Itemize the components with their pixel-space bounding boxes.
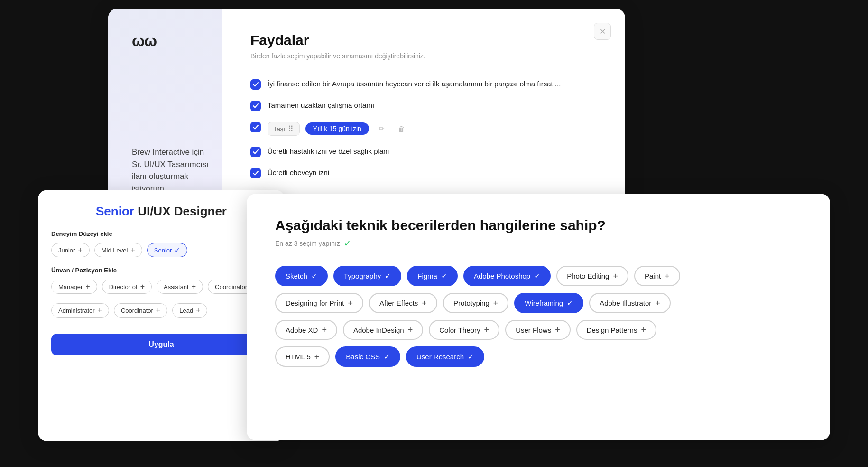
title-pill-lead[interactable]: Lead +: [172, 303, 207, 318]
checklist-text-2: Tamamen uzaktan çalışma ortamı: [268, 100, 374, 110]
skill-sketch[interactable]: Sketch ✓: [275, 266, 328, 286]
checklist-text-4: Ücretli hastalık izni ve özel sağlık pla…: [268, 146, 389, 156]
check-icon-1: [250, 79, 261, 90]
app-logo: ωω: [132, 32, 157, 50]
exp-pill-senior[interactable]: Senior ✓: [147, 243, 188, 257]
check-icon-2: [250, 101, 261, 111]
skill-typography[interactable]: Typography ✓: [333, 266, 401, 286]
skill-photo-editing[interactable]: Photo Editing +: [556, 266, 628, 286]
skill-user-research[interactable]: User Research ✓: [406, 346, 484, 367]
check-icon-5: [250, 168, 261, 178]
title-pill-manager[interactable]: Manager +: [51, 280, 97, 294]
sidebar-description: Brew Interactive için Sr. UI/UX Tasarımc…: [132, 146, 212, 195]
trash-icon[interactable]: 🗑: [395, 121, 409, 136]
drag-handle[interactable]: Taşı ⠿: [268, 122, 300, 136]
skills-row-3: Adobe XD + Adobe InDesign + Color Theory…: [275, 320, 802, 340]
skills-grid: Sketch ✓ Typography ✓ Figma ✓ Adobe Phot…: [275, 266, 802, 367]
skills-row-4: HTML 5 + Basic CSS ✓ User Research ✓: [275, 346, 802, 367]
skill-adobe-illustrator[interactable]: Adobe Illustrator +: [589, 293, 671, 313]
skill-adobe-xd[interactable]: Adobe XD +: [275, 320, 337, 340]
job-role-title: Senior UI/UX Designer: [52, 204, 270, 219]
skill-paint[interactable]: Paint +: [634, 266, 680, 286]
checklist-item-4: Ücretli hastalık izni ve özel sağlık pla…: [250, 146, 597, 157]
checklist-item-2: Tamamen uzaktan çalışma ortamı: [250, 100, 597, 111]
title-pill-coordinator2[interactable]: Coordinator +: [114, 303, 167, 318]
skills-title: Aşağıdaki teknik becerilerden hangilerin…: [275, 217, 802, 234]
edit-icon[interactable]: ✏: [375, 121, 389, 136]
role-rest: UI/UX Designer: [134, 204, 227, 218]
skill-basic-css[interactable]: Basic CSS ✓: [335, 346, 400, 367]
close-button-back[interactable]: ✕: [594, 23, 611, 40]
skill-after-effects[interactable]: After Effects +: [369, 293, 437, 313]
skill-design-patterns[interactable]: Design Patterns +: [576, 320, 656, 340]
skill-adobe-indesign[interactable]: Adobe InDesign +: [343, 320, 423, 340]
skill-designing-print[interactable]: Designing for Print +: [275, 293, 363, 313]
skill-color-theory[interactable]: Color Theory +: [429, 320, 499, 340]
subtitle-check-icon: ✓: [344, 238, 351, 249]
benefits-title: Faydalar: [250, 32, 597, 48]
apply-button[interactable]: Uygula: [51, 334, 271, 355]
skill-adobe-photoshop[interactable]: Adobe Photoshop ✓: [463, 266, 551, 286]
check-icon-4: [250, 147, 261, 157]
title-pill-administrator[interactable]: Administrator +: [51, 303, 109, 318]
front-card-skills: Aşağıdaki teknik becerilerden hangilerin…: [247, 194, 830, 440]
role-senior: Senior: [96, 204, 134, 218]
checklist-text-5: Ücretli ebeveyn izni: [268, 168, 329, 177]
checklist-item-3: Taşı ⠿ Yıllık 15 gün izin ✏ 🗑: [250, 121, 597, 136]
check-icon-3: [250, 122, 261, 132]
title-pill-assistant[interactable]: Assistant +: [157, 280, 203, 294]
skills-row-1: Sketch ✓ Typography ✓ Figma ✓ Adobe Phot…: [275, 266, 802, 286]
checklist-text-1: İyi finanse edilen bir Avrupa üssünün he…: [268, 79, 561, 89]
benefits-subtitle: Birden fazla seçim yapabilir ve sıraması…: [250, 52, 597, 60]
skills-subtitle: En az 3 seçim yapınız ✓: [275, 238, 802, 249]
title-pill-directorof[interactable]: Director of +: [102, 280, 152, 294]
checklist-item-5: Ücretli ebeveyn izni: [250, 168, 597, 178]
highlighted-pill: Yıllık 15 gün izin: [305, 122, 369, 135]
highlighted-checklist-row: Taşı ⠿ Yıllık 15 gün izin ✏ 🗑: [268, 121, 409, 136]
skill-prototyping[interactable]: Prototyping +: [443, 293, 508, 313]
skill-user-flows[interactable]: User Flows +: [505, 320, 571, 340]
checklist-item-1: İyi finanse edilen bir Avrupa üssünün he…: [250, 79, 597, 90]
skill-wireframing[interactable]: Wireframing ✓: [514, 293, 583, 313]
exp-pill-midlevel[interactable]: Mid Level +: [94, 243, 142, 257]
skill-html5[interactable]: HTML 5 +: [275, 346, 330, 367]
skills-row-2: Designing for Print + After Effects + Pr…: [275, 293, 802, 313]
exp-pill-junior[interactable]: Junior +: [51, 243, 90, 257]
skill-figma[interactable]: Figma ✓: [407, 266, 458, 286]
